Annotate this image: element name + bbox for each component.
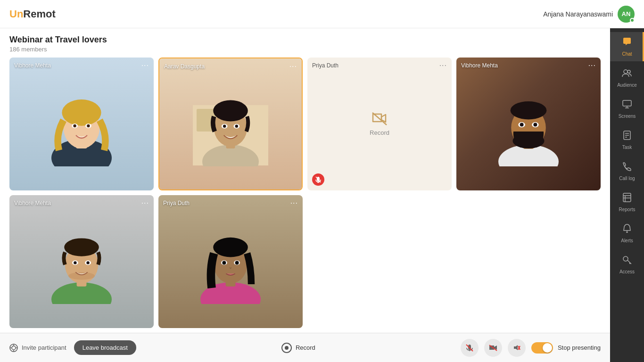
toolbar-right: Stop presenting (461, 339, 601, 357)
invite-label: Invite participant (22, 344, 66, 351)
logo-un: Un (9, 8, 23, 20)
svg-point-19 (235, 125, 238, 128)
video-placeholder-3: Record (307, 58, 452, 190)
video-cell-5: Vibhore Mehta ··· (9, 195, 154, 328)
header: UnRemot Anjana Narayanaswami AN (0, 0, 644, 28)
avatar-status-dot (630, 18, 635, 23)
stop-presenting-label: Stop presenting (558, 344, 601, 351)
video-off-icon (372, 112, 387, 125)
more-options-6[interactable]: ··· (290, 199, 298, 207)
avatar[interactable]: AN (618, 6, 635, 23)
sidebar-item-alerts[interactable]: Alerts (610, 219, 644, 248)
svg-point-33 (533, 123, 537, 127)
toolbar: Invite participant Leave broadcast Recor… (0, 333, 610, 362)
content-area: Webinar at Travel lovers 186 members (0, 28, 610, 362)
svg-rect-73 (623, 193, 631, 202)
participant-name-1: Vibhore Mehta (14, 62, 51, 69)
svg-point-51 (222, 261, 226, 264)
video-cell-1: Vibhore Mehta ··· (9, 58, 154, 190)
more-options-4[interactable]: ··· (588, 61, 596, 70)
video-cell-3: Record Priya Duth ··· (307, 58, 452, 190)
video-off-text: Record (370, 129, 389, 136)
svg-point-38 (64, 238, 99, 256)
more-options-3[interactable]: ··· (439, 61, 447, 70)
mute-speaker-button[interactable] (508, 339, 526, 357)
more-options-1[interactable]: ··· (141, 61, 149, 70)
video-cell-4: Vibhore Mehta ··· (456, 58, 601, 190)
sidebar-item-calllog[interactable]: Call log (610, 156, 644, 186)
video-bg-1 (9, 58, 154, 190)
svg-rect-46 (215, 284, 246, 303)
video-cell-header-5: Vibhore Mehta ··· (14, 199, 149, 207)
svg-point-43 (68, 272, 95, 280)
calllog-icon (622, 161, 632, 174)
mute-audio-button[interactable] (461, 339, 479, 357)
alerts-icon (622, 223, 632, 236)
sidebar-item-screens[interactable]: Screens (610, 94, 644, 123)
invite-participant-button[interactable]: Invite participant (9, 344, 66, 352)
calllog-label: Call log (619, 176, 635, 181)
chat-icon (622, 37, 632, 49)
svg-point-31 (520, 123, 524, 127)
svg-point-4 (62, 99, 101, 126)
audience-label: Audience (617, 82, 637, 88)
access-icon (622, 255, 632, 267)
video-bg-4 (456, 58, 601, 190)
video-cell-header-3: Priya Duth ··· (312, 61, 447, 70)
video-cell-header-6: Priya Duth ··· (163, 199, 298, 207)
main-layout: Webinar at Travel lovers 186 members (0, 28, 644, 362)
sidebar-item-audience[interactable]: Audience (610, 63, 644, 92)
video-grid: Vibhore Mehta ··· (0, 58, 610, 333)
sidebar-item-access[interactable]: Access (610, 250, 644, 279)
user-name: Anjana Narayanaswami (543, 10, 613, 18)
mic-muted-icon-3 (312, 173, 324, 186)
record-label: Record (296, 344, 315, 351)
alerts-label: Alerts (621, 238, 633, 243)
record-dot (285, 346, 289, 350)
participant-name-4: Vibhore Mehta (461, 62, 498, 69)
logo: UnRemot (9, 8, 56, 20)
screens-label: Screens (619, 114, 636, 119)
leave-broadcast-button[interactable]: Leave broadcast (74, 340, 136, 355)
record-button[interactable]: Record (281, 343, 315, 353)
video-cell-2: Aarav Dasgupta ··· (158, 58, 303, 190)
right-sidebar: Chat Audience Screens Task Call log (610, 28, 644, 362)
audience-icon (622, 68, 632, 81)
participant-name-5: Vibhore Mehta (14, 200, 51, 206)
video-bg-2 (159, 58, 302, 189)
svg-point-49 (213, 238, 248, 257)
mic-off-icon (466, 344, 473, 352)
video-cell-header-1: Vibhore Mehta ··· (14, 61, 149, 70)
mute-video-button[interactable] (484, 339, 502, 357)
leave-label: Leave broadcast (83, 344, 128, 351)
svg-point-64 (624, 70, 627, 74)
video-bg-6 (158, 195, 303, 328)
speaker-off-icon (513, 344, 520, 352)
presenting-toggle[interactable] (531, 342, 553, 354)
video-cell-6: Priya Duth ··· (158, 195, 303, 328)
sidebar-item-reports[interactable]: Reports (610, 188, 644, 217)
task-icon (622, 130, 632, 143)
reports-icon (622, 192, 632, 205)
webinar-info: Webinar at Travel lovers 186 members (0, 28, 610, 58)
participant-name-3: Priya Duth (312, 62, 339, 69)
participant-name-6: Priya Duth (163, 200, 190, 206)
svg-point-53 (235, 261, 239, 264)
sidebar-item-task[interactable]: Task (610, 125, 644, 155)
svg-point-6 (73, 124, 76, 127)
more-options-2[interactable]: ··· (289, 62, 297, 71)
toggle-knob (543, 343, 552, 353)
svg-rect-66 (623, 100, 631, 106)
webinar-title: Webinar at Travel lovers (9, 35, 601, 45)
sidebar-item-chat[interactable]: Chat (610, 32, 644, 61)
chat-label: Chat (622, 51, 632, 57)
toolbar-center: Record (281, 343, 315, 353)
user-info: Anjana Narayanaswami AN (543, 6, 635, 23)
record-icon (281, 343, 292, 353)
toolbar-left: Invite participant Leave broadcast (9, 340, 136, 355)
reports-label: Reports (619, 207, 635, 212)
more-options-5[interactable]: ··· (141, 199, 149, 207)
avatar-initials: AN (622, 10, 631, 17)
svg-point-8 (87, 124, 90, 127)
invite-icon (9, 344, 18, 352)
